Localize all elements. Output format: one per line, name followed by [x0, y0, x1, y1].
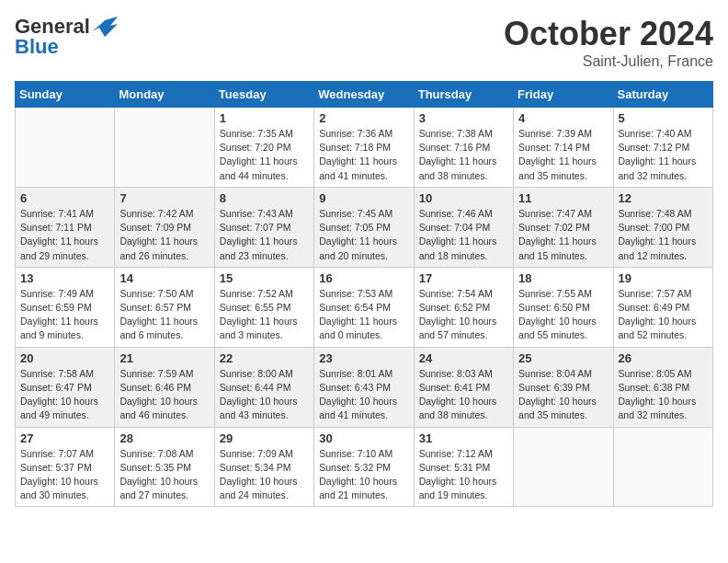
calendar-day-cell [514, 427, 613, 507]
day-info: Sunrise: 7:12 AM Sunset: 5:31 PM Dayligh… [419, 447, 508, 503]
calendar-day-cell [16, 108, 115, 188]
col-tuesday: Tuesday [214, 82, 313, 108]
logo: General Blue [15, 15, 118, 59]
title-section: October 2024 Saint-Julien, France [504, 15, 713, 70]
day-number: 9 [319, 191, 408, 205]
calendar-day-cell: 13Sunrise: 7:49 AM Sunset: 6:59 PM Dayli… [16, 267, 115, 347]
day-info: Sunrise: 7:49 AM Sunset: 6:59 PM Dayligh… [20, 287, 109, 343]
day-number: 31 [419, 431, 508, 445]
day-info: Sunrise: 7:57 AM Sunset: 6:49 PM Dayligh… [619, 287, 708, 343]
day-info: Sunrise: 7:53 AM Sunset: 6:54 PM Dayligh… [319, 287, 408, 343]
day-info: Sunrise: 7:52 AM Sunset: 6:55 PM Dayligh… [220, 287, 309, 343]
month-title: October 2024 [504, 15, 713, 53]
day-info: Sunrise: 7:59 AM Sunset: 6:46 PM Dayligh… [119, 367, 209, 423]
calendar-week-row: 13Sunrise: 7:49 AM Sunset: 6:59 PM Dayli… [16, 267, 713, 347]
calendar-day-cell: 27Sunrise: 7:07 AM Sunset: 5:37 PM Dayli… [16, 427, 115, 507]
day-number: 3 [419, 111, 508, 125]
day-number: 1 [220, 111, 309, 125]
day-info: Sunrise: 7:47 AM Sunset: 7:02 PM Dayligh… [518, 207, 608, 263]
calendar-week-row: 6Sunrise: 7:41 AM Sunset: 7:11 PM Daylig… [16, 187, 713, 267]
calendar-day-cell: 8Sunrise: 7:43 AM Sunset: 7:07 PM Daylig… [214, 187, 313, 267]
calendar-day-cell: 17Sunrise: 7:54 AM Sunset: 6:52 PM Dayli… [414, 267, 513, 347]
day-number: 23 [319, 351, 408, 365]
day-info: Sunrise: 7:40 AM Sunset: 7:12 PM Dayligh… [619, 127, 708, 183]
col-thursday: Thursday [414, 82, 513, 108]
calendar-day-cell: 1Sunrise: 7:35 AM Sunset: 7:20 PM Daylig… [214, 108, 313, 188]
day-number: 25 [518, 351, 608, 365]
calendar-day-cell: 31Sunrise: 7:12 AM Sunset: 5:31 PM Dayli… [414, 427, 513, 507]
calendar-day-cell: 6Sunrise: 7:41 AM Sunset: 7:11 PM Daylig… [16, 187, 115, 267]
calendar-day-cell: 30Sunrise: 7:10 AM Sunset: 5:32 PM Dayli… [314, 427, 414, 507]
calendar-day-cell: 18Sunrise: 7:55 AM Sunset: 6:50 PM Dayli… [514, 267, 613, 347]
day-number: 29 [220, 431, 309, 445]
calendar-day-cell: 3Sunrise: 7:38 AM Sunset: 7:16 PM Daylig… [414, 108, 513, 188]
day-number: 28 [119, 431, 209, 445]
calendar-day-cell: 14Sunrise: 7:50 AM Sunset: 6:57 PM Dayli… [115, 267, 214, 347]
day-number: 30 [319, 431, 408, 445]
calendar-day-cell: 21Sunrise: 7:59 AM Sunset: 6:46 PM Dayli… [115, 347, 214, 427]
calendar-day-cell: 25Sunrise: 8:04 AM Sunset: 6:39 PM Dayli… [514, 347, 613, 427]
day-info: Sunrise: 7:58 AM Sunset: 6:47 PM Dayligh… [20, 367, 109, 423]
day-info: Sunrise: 7:39 AM Sunset: 7:14 PM Dayligh… [518, 127, 608, 183]
location: Saint-Julien, France [504, 53, 713, 70]
day-info: Sunrise: 7:42 AM Sunset: 7:09 PM Dayligh… [119, 207, 209, 263]
calendar-day-cell: 5Sunrise: 7:40 AM Sunset: 7:12 PM Daylig… [613, 108, 712, 188]
day-info: Sunrise: 8:00 AM Sunset: 6:44 PM Dayligh… [220, 367, 309, 423]
day-number: 27 [20, 431, 109, 445]
col-friday: Friday [514, 82, 613, 108]
logo-blue-text: Blue [15, 35, 59, 59]
calendar-day-cell: 11Sunrise: 7:47 AM Sunset: 7:02 PM Dayli… [514, 187, 613, 267]
col-monday: Monday [115, 82, 214, 108]
calendar-day-cell: 12Sunrise: 7:48 AM Sunset: 7:00 PM Dayli… [613, 187, 712, 267]
calendar-day-cell [115, 108, 214, 188]
day-number: 6 [20, 191, 109, 205]
calendar-table: Sunday Monday Tuesday Wednesday Thursday… [15, 81, 713, 507]
calendar-day-cell: 9Sunrise: 7:45 AM Sunset: 7:05 PM Daylig… [314, 187, 414, 267]
calendar-day-cell: 15Sunrise: 7:52 AM Sunset: 6:55 PM Dayli… [214, 267, 313, 347]
day-info: Sunrise: 7:07 AM Sunset: 5:37 PM Dayligh… [20, 447, 109, 503]
day-info: Sunrise: 8:01 AM Sunset: 6:43 PM Dayligh… [319, 367, 408, 423]
calendar-day-cell: 26Sunrise: 8:05 AM Sunset: 6:38 PM Dayli… [613, 347, 712, 427]
day-info: Sunrise: 8:04 AM Sunset: 6:39 PM Dayligh… [518, 367, 608, 423]
calendar-week-row: 27Sunrise: 7:07 AM Sunset: 5:37 PM Dayli… [16, 427, 713, 507]
calendar-day-cell: 23Sunrise: 8:01 AM Sunset: 6:43 PM Dayli… [314, 347, 414, 427]
calendar-day-cell: 2Sunrise: 7:36 AM Sunset: 7:18 PM Daylig… [314, 108, 414, 188]
day-info: Sunrise: 7:41 AM Sunset: 7:11 PM Dayligh… [20, 207, 109, 263]
day-number: 2 [319, 111, 408, 125]
day-info: Sunrise: 7:43 AM Sunset: 7:07 PM Dayligh… [220, 207, 309, 263]
page-header: General Blue October 2024 Saint-Julien, … [15, 15, 713, 70]
calendar-header-row: Sunday Monday Tuesday Wednesday Thursday… [16, 82, 713, 108]
day-info: Sunrise: 8:03 AM Sunset: 6:41 PM Dayligh… [419, 367, 508, 423]
day-number: 22 [220, 351, 309, 365]
day-info: Sunrise: 7:38 AM Sunset: 7:16 PM Dayligh… [419, 127, 508, 183]
day-number: 18 [518, 271, 608, 285]
calendar-day-cell: 22Sunrise: 8:00 AM Sunset: 6:44 PM Dayli… [214, 347, 313, 427]
day-info: Sunrise: 7:36 AM Sunset: 7:18 PM Dayligh… [319, 127, 408, 183]
day-number: 19 [619, 271, 708, 285]
day-info: Sunrise: 7:35 AM Sunset: 7:20 PM Dayligh… [220, 127, 309, 183]
day-info: Sunrise: 7:50 AM Sunset: 6:57 PM Dayligh… [119, 287, 209, 343]
calendar-week-row: 1Sunrise: 7:35 AM Sunset: 7:20 PM Daylig… [16, 108, 713, 188]
day-number: 5 [619, 111, 708, 125]
calendar-day-cell: 7Sunrise: 7:42 AM Sunset: 7:09 PM Daylig… [115, 187, 214, 267]
day-number: 10 [419, 191, 508, 205]
calendar-day-cell: 24Sunrise: 8:03 AM Sunset: 6:41 PM Dayli… [414, 347, 513, 427]
calendar-day-cell [613, 427, 712, 507]
day-number: 12 [619, 191, 708, 205]
day-info: Sunrise: 7:46 AM Sunset: 7:04 PM Dayligh… [419, 207, 508, 263]
day-info: Sunrise: 7:45 AM Sunset: 7:05 PM Dayligh… [319, 207, 408, 263]
calendar-day-cell: 16Sunrise: 7:53 AM Sunset: 6:54 PM Dayli… [314, 267, 414, 347]
day-number: 14 [119, 271, 209, 285]
calendar-day-cell: 19Sunrise: 7:57 AM Sunset: 6:49 PM Dayli… [613, 267, 712, 347]
calendar-day-cell: 20Sunrise: 7:58 AM Sunset: 6:47 PM Dayli… [16, 347, 115, 427]
day-number: 26 [619, 351, 708, 365]
logo-bird-icon [92, 17, 118, 37]
day-info: Sunrise: 7:48 AM Sunset: 7:00 PM Dayligh… [619, 207, 708, 263]
day-number: 15 [220, 271, 309, 285]
day-number: 17 [419, 271, 508, 285]
day-info: Sunrise: 7:55 AM Sunset: 6:50 PM Dayligh… [518, 287, 608, 343]
day-number: 11 [518, 191, 608, 205]
col-wednesday: Wednesday [314, 82, 414, 108]
calendar-day-cell: 29Sunrise: 7:09 AM Sunset: 5:34 PM Dayli… [214, 427, 313, 507]
day-number: 24 [419, 351, 508, 365]
